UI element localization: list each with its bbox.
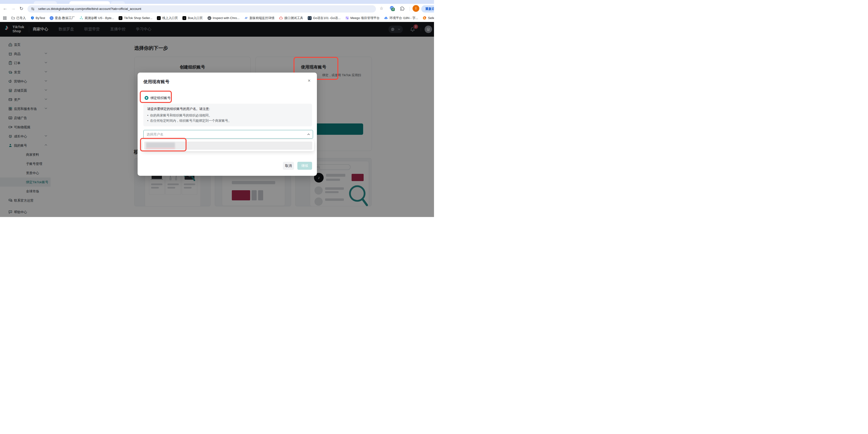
url-text[interactable]: seller.us.tiktokglobalshop.com/profile/b…	[38, 7, 141, 10]
site-settings-icon[interactable]	[31, 7, 35, 11]
browser-tab[interactable]	[34, 1, 57, 4]
extension-icon[interactable]: 2	[390, 6, 394, 10]
back-icon[interactable]: ←	[2, 6, 8, 11]
bookmark-item[interactable]: ByTest	[30, 16, 45, 20]
folder-icon	[11, 16, 15, 20]
forward-icon[interactable]: →	[10, 6, 17, 11]
screen: ← → ↻ seller.us.tiktokglobalshop.com/pro…	[0, 0, 434, 217]
globe-icon	[208, 16, 211, 20]
bookmark-item[interactable]: 已导入	[11, 16, 26, 20]
profile-avatar[interactable]: l	[412, 5, 419, 12]
bookmark-star-icon[interactable]: ☆	[378, 6, 384, 11]
close-icon[interactable]: ×	[308, 78, 311, 83]
bookmarks-bar: 已导入 ByTest ☆星盘-数据工厂 观测诊断 US - Byte... ♪T…	[0, 14, 434, 22]
browser-toolbar: ← → ↻ seller.us.tiktokglobalshop.com/pro…	[0, 4, 434, 14]
bookmark-item[interactable]: ♪Boe入口页	[182, 16, 203, 20]
browser-tab-strip[interactable]	[0, 0, 434, 4]
browser-tab[interactable]	[111, 1, 125, 4]
browser-tab-active[interactable]	[69, 1, 110, 4]
shield-icon	[30, 16, 34, 20]
dots-cluster-icon	[79, 16, 83, 20]
cloud-red-icon	[279, 16, 283, 20]
bookmark-item[interactable]: Meego 项目管理平台	[345, 16, 379, 20]
bookmark-item[interactable]: 环境平台 I18N - 字...	[384, 16, 418, 20]
meego-icon	[345, 16, 349, 20]
monitor-lines-icon	[244, 16, 248, 20]
star-disc-icon: ☆	[50, 16, 54, 20]
continue-button[interactable]: 继续	[298, 162, 312, 170]
bookmark-item[interactable]: 接口测试工具	[279, 16, 303, 20]
bookmark-item[interactable]: ☆星盘-数据工厂	[50, 16, 75, 20]
go-book-icon: ()	[308, 16, 312, 20]
bookmark-item[interactable]: Inspect with Chro...	[208, 16, 240, 20]
bookmark-item[interactable]: Seller Account M	[423, 16, 434, 20]
annotation-box-radio	[140, 91, 172, 103]
annotation-box-dropdown-option	[140, 138, 187, 151]
apps-grid-icon[interactable]	[3, 16, 7, 20]
chevron-up-icon	[307, 133, 310, 136]
bookmark-item[interactable]: 新版前端监控详情	[244, 16, 275, 20]
reload-icon[interactable]: ↻	[18, 6, 25, 11]
grafana-icon	[423, 16, 427, 20]
select-placeholder: 选择用户名	[147, 133, 163, 137]
url-bar[interactable]: seller.us.tiktokglobalshop.com/profile/b…	[28, 5, 376, 12]
bookmark-item[interactable]: 观测诊断 US - Byte...	[79, 16, 114, 20]
notice-title: 请提供要绑定的组织账号的用户名。请注意:	[147, 107, 308, 111]
bookmark-item[interactable]: ()Go语言101 -Go语...	[308, 16, 341, 20]
notice-bullet: 你的商家账号和组织账号的组织必须相同。	[150, 113, 212, 118]
tiktok-icon: ♪	[119, 16, 122, 20]
extension-badge: 2	[391, 8, 395, 11]
extensions-puzzle-icon[interactable]	[400, 6, 405, 11]
bookmark-item[interactable]: ♪线上入口页	[157, 16, 178, 20]
modal-title: 使用现有账号	[144, 79, 169, 85]
notice-box: 请提供要绑定的组织账号的用户名。请注意: •你的商家账号和组织账号的组织必须相同…	[144, 104, 312, 126]
bookmark-item[interactable]: ♪TikTok Shop Seller...	[119, 16, 152, 20]
tiktok-icon: ♪	[157, 16, 161, 20]
cancel-button[interactable]: 取消	[283, 162, 294, 170]
username-select[interactable]: 选择用户名	[144, 130, 313, 139]
restart-button[interactable]: 重新启动	[421, 5, 434, 12]
use-existing-account-modal: 使用现有账号 × 绑定组织账号 请提供要绑定的组织账号的用户名。请注意: •你的…	[137, 73, 317, 176]
tiktok-icon: ♪	[182, 16, 186, 20]
cloud-blue-icon	[384, 16, 388, 20]
notice-bullet: 在任何给定时间内，组织账号只能绑定到一个商家账号。	[150, 118, 231, 123]
